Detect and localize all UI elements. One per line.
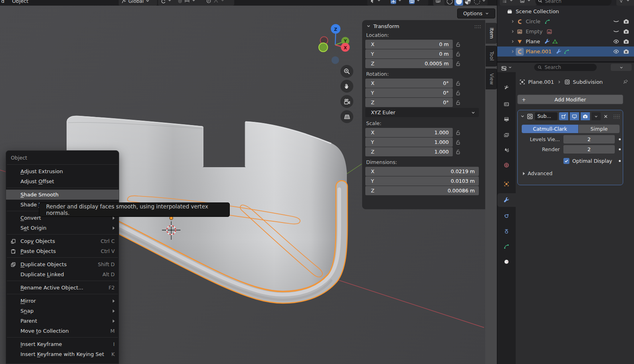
lock-icon[interactable] [453, 130, 463, 135]
menu-item-mirror[interactable]: Mirror [6, 296, 119, 306]
pivot-point-dropdown[interactable] [158, 0, 176, 6]
lock-icon[interactable] [453, 61, 463, 67]
render-levels-field[interactable]: 2 [563, 145, 615, 154]
advanced-section-toggle[interactable]: Advanced [523, 170, 553, 176]
ortho-grid-button[interactable] [340, 110, 353, 123]
orientation-dropdown[interactable]: Global [119, 0, 157, 6]
transform-field-rotation-y[interactable]: Y0° [365, 88, 453, 97]
modifier-render-toggle[interactable] [581, 112, 590, 120]
eye-open-icon[interactable] [613, 38, 619, 44]
menu-item-adjust-offset[interactable]: Adjust Offset [6, 176, 119, 186]
transform-field-dimensions-x[interactable]: X0.0219 m [365, 167, 479, 176]
transform-field-scale-x[interactable]: X1.000 [365, 128, 453, 137]
proportional-edit-dropdown[interactable] [204, 0, 234, 6]
properties-tab-material[interactable] [497, 255, 516, 269]
modifier-drag-handle[interactable]: :::::::: [614, 114, 620, 118]
modifier-extras-dropdown[interactable] [591, 112, 601, 120]
levels-viewport-field[interactable]: 2 [563, 135, 615, 144]
menu-item-rename-active-object[interactable]: Rename Active Object...F2 [6, 283, 119, 293]
menu-item-paste-objects[interactable]: Paste ObjectsCtrl V [6, 246, 119, 256]
breadcrumb-modifier[interactable]: Subdivision [573, 79, 603, 85]
properties-tab-view-layer[interactable] [497, 128, 516, 142]
expand-chevron-icon[interactable] [510, 29, 516, 34]
lock-icon[interactable] [453, 51, 463, 57]
options-button[interactable]: Options [457, 8, 495, 18]
menu-item-snap[interactable]: Snap [6, 306, 119, 316]
transform-panel-header[interactable]: Transform :::: [362, 20, 485, 32]
outliner-object-name[interactable]: Circle [526, 18, 541, 24]
optimal-display-checkbox[interactable] [563, 158, 569, 164]
outliner-object-name[interactable]: Empty [526, 28, 543, 34]
panel-drag-handle[interactable]: :::: [474, 23, 481, 29]
properties-tab-physics[interactable] [497, 209, 516, 223]
animate-dot[interactable] [619, 138, 621, 140]
shading-wireframe-button[interactable] [445, 0, 454, 6]
properties-tab-object-data[interactable] [497, 240, 516, 253]
menu-object[interactable]: Object [12, 0, 28, 6]
camera-visibility-icon[interactable] [623, 18, 629, 24]
properties-tab-constraints[interactable] [497, 224, 516, 238]
shading-dropdown[interactable] [482, 0, 487, 4]
expand-chevron-icon[interactable] [510, 49, 516, 54]
shading-rendered-button[interactable] [472, 0, 482, 6]
menu-item-shade-smooth[interactable]: Shade Smooth [6, 190, 119, 200]
breadcrumb-object[interactable]: Plane.001 [528, 79, 554, 85]
lock-icon[interactable] [453, 149, 463, 155]
snapping-dropdown[interactable] [175, 0, 205, 6]
menu-item-set-origin[interactable]: Set Origin [6, 223, 119, 233]
editor-divider-vertical[interactable] [497, 0, 497, 364]
transform-field-scale-y[interactable]: Y1.000 [365, 138, 453, 147]
properties-options-dropdown[interactable] [611, 64, 632, 71]
outliner-search-input[interactable]: Search [535, 0, 612, 6]
transform-field-rotation-x[interactable]: X0° [365, 79, 453, 88]
zoom-tool-button[interactable] [340, 65, 353, 78]
animate-dot[interactable] [619, 160, 621, 162]
properties-tab-scene[interactable] [497, 143, 516, 157]
lock-icon[interactable] [453, 90, 463, 96]
properties-editor-type-dropdown[interactable] [499, 64, 519, 73]
outliner-display-mode-dropdown[interactable] [500, 0, 519, 6]
show-overlays-toggle[interactable] [407, 0, 428, 6]
camera-view-button[interactable] [340, 95, 353, 108]
pan-hand-button[interactable] [340, 80, 353, 93]
modifier-realtime-toggle[interactable] [570, 112, 579, 120]
outliner-row-scene-collection[interactable]: Scene Collection [497, 6, 634, 16]
properties-tab-output[interactable] [497, 113, 516, 126]
menu-item-insert-keyframe[interactable]: Insert KeyframeI [6, 339, 119, 349]
modifier-name-field[interactable]: Sub... [535, 112, 557, 120]
camera-visibility-icon[interactable] [623, 28, 629, 34]
outliner-object-name[interactable]: Scene Collection [516, 8, 559, 14]
transform-field-scale-z[interactable]: Z1.000 [365, 147, 453, 156]
properties-tab-tool[interactable] [497, 81, 516, 95]
lock-icon[interactable] [453, 100, 463, 105]
properties-tab-world[interactable] [497, 158, 516, 172]
eye-closed-icon[interactable] [613, 28, 619, 34]
outliner-object-name[interactable]: Plane.001 [526, 49, 552, 55]
menu-item-duplicate-linked[interactable]: Duplicate LinkedAlt D [6, 269, 119, 279]
shading-material-button[interactable] [463, 0, 472, 6]
transform-field-rotation-z[interactable]: Z0° [365, 98, 453, 107]
properties-tab-modifiers[interactable] [497, 193, 516, 207]
npanel-tab-tool[interactable]: Tool [486, 46, 497, 67]
expand-chevron-icon[interactable] [510, 19, 516, 24]
expand-chevron-icon[interactable] [510, 39, 516, 44]
menu-item-adjust-extrusion[interactable]: Adjust Extrusion [6, 166, 119, 176]
modifier-close-button[interactable] [603, 114, 608, 119]
outliner-row-plane-001[interactable]: Plane.001 [497, 47, 634, 57]
lock-icon[interactable] [453, 42, 463, 47]
transform-field-location-z[interactable]: Z0.0005 m [365, 59, 453, 68]
modifier-editmode-toggle[interactable] [559, 112, 568, 120]
outliner-filter-dropdown[interactable] [616, 0, 634, 6]
outliner-row-plane[interactable]: Plane [497, 36, 634, 47]
simple-button[interactable]: Simple [578, 125, 620, 133]
editor-divider[interactable] [497, 61, 634, 63]
npanel-tab-view[interactable]: View [486, 69, 497, 89]
transform-field-dimensions-y[interactable]: Y0.0103 m [365, 176, 479, 186]
eye-open-icon[interactable] [613, 49, 619, 55]
transform-field-location-y[interactable]: Y0 m [365, 49, 453, 59]
outliner-filter-type-dropdown[interactable] [517, 0, 537, 6]
catmull-clark-button[interactable]: Catmull-Clark [522, 125, 578, 133]
menu-item-move-to-collection[interactable]: Move to CollectionM [6, 326, 119, 336]
transform-field-location-x[interactable]: X0 m [365, 40, 453, 49]
shading-solid-button[interactable] [454, 0, 464, 6]
